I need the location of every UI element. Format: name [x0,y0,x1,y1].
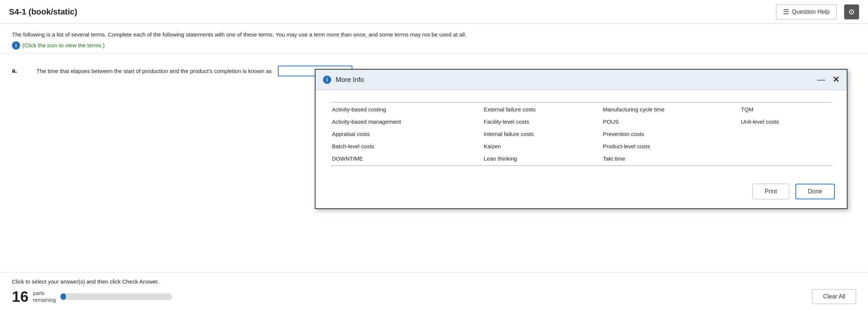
terms-row-3: Appraisal costs Internal failure costs P… [330,128,832,140]
question-label-a: a. [12,67,31,74]
modal-info-icon: i [323,76,331,84]
term-cell: Appraisal costs [330,128,482,140]
progress-bar-fill [60,293,66,300]
click-icon-link[interactable]: i (Click the icon to view the terms.) [12,41,856,50]
term-cell: TQM [739,102,832,116]
term-cell [739,152,832,166]
term-cell: Unit-level costs [739,116,832,128]
modal-close-button[interactable]: ✕ [833,75,839,85]
modal-content: Activity-based costing External failure … [316,90,847,178]
clear-all-label: Clear All [823,293,845,300]
instructions-text: The following is a list of several terms… [12,31,856,39]
term-cell [739,140,832,152]
term-cell: Internal failure costs [482,128,601,140]
question-help-label: Question Help [792,9,830,15]
click-icon-text: (Click the icon to view the terms.) [22,42,105,48]
modal-header-controls: — ✕ [815,75,839,85]
term-cell: Manufacturing cycle time [601,102,739,116]
done-button[interactable]: Done [795,184,835,199]
parts-label-line2: remaining [33,297,56,303]
parts-remaining: 16 parts remaining [12,289,172,304]
modal-header-left: i More Info [323,76,364,84]
header-right: ☰ Question Help ⚙ [776,4,859,19]
modal-header: i More Info — ✕ [316,70,847,90]
term-cell: DOWNTIME [330,152,482,166]
list-icon: ☰ [783,8,789,16]
terms-row-1: Activity-based costing External failure … [330,102,832,116]
parts-label: parts remaining [33,290,56,303]
term-cell: External failure costs [482,102,601,116]
clear-all-button[interactable]: Clear All [812,289,856,304]
term-cell [739,128,832,140]
footer-instructions: Click to select your answer(s) and then … [12,278,856,285]
footer-bottom: 16 parts remaining Clear All [12,289,856,304]
question-text-a: The time that elapses between the start … [37,68,272,74]
modal-footer: Print Done [316,178,847,208]
info-icon: i [12,41,20,50]
term-cell: Kaizen [482,140,601,152]
gear-icon: ⚙ [848,7,855,16]
term-cell: Takt time [601,152,739,166]
modal-minimize-button[interactable]: — [815,75,827,85]
term-cell: Facility-level costs [482,116,601,128]
terms-row-5: DOWNTIME Lean thinking Takt time [330,152,832,166]
header-bar: S4-1 (book/static) ☰ Question Help ⚙ [0,0,868,24]
terms-row-4: Batch-level costs Kaizen Product-level c… [330,140,832,152]
footer-area: Click to select your answer(s) and then … [0,272,868,310]
modal-title: More Info [336,76,364,84]
print-button[interactable]: Print [753,184,789,199]
term-cell: POUS [601,116,739,128]
term-cell: Lean thinking [482,152,601,166]
more-info-modal: i More Info — ✕ Activity-based costing E… [315,69,848,209]
term-cell: Activity-based management [330,116,482,128]
term-cell: Prevention costs [601,128,739,140]
term-cell: Product-level costs [601,140,739,152]
parts-number: 16 [12,289,29,304]
settings-button[interactable]: ⚙ [844,4,859,19]
term-cell: Activity-based costing [330,102,482,116]
page-title: S4-1 (book/static) [9,7,77,17]
progress-bar [60,293,172,300]
done-label: Done [808,188,822,194]
print-label: Print [765,188,777,194]
question-help-button[interactable]: ☰ Question Help [776,4,837,19]
terms-table: Activity-based costing External failure … [330,102,832,166]
main-container: S4-1 (book/static) ☰ Question Help ⚙ The… [0,0,868,310]
terms-row-2: Activity-based management Facility-level… [330,116,832,128]
term-cell: Batch-level costs [330,140,482,152]
parts-label-line1: parts [33,290,56,297]
instructions-bar: The following is a list of several terms… [0,24,868,54]
